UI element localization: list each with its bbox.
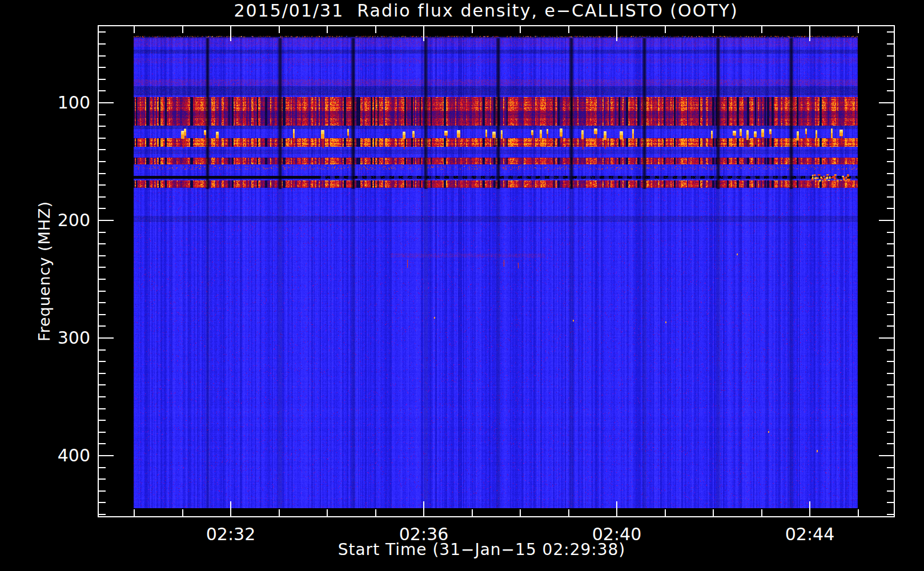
y-axis-minor-tick [887,314,895,315]
y-axis-minor-tick [887,396,895,397]
x-axis-minor-tick [472,25,473,33]
y-axis-minor-tick [887,114,895,115]
x-axis-minor-tick [182,509,183,517]
plot-frame [98,25,895,517]
y-axis-minor-tick [98,502,106,503]
y-axis-minor-tick [98,114,106,115]
y-axis-major-tick [879,337,895,339]
y-axis-minor-tick [887,196,895,198]
x-axis-minor-tick [665,25,666,33]
y-axis-minor-tick [887,31,895,33]
y-axis-minor-tick [887,302,895,303]
y-axis-minor-tick [98,361,106,362]
y-axis-minor-tick [887,490,895,492]
y-axis-minor-tick [887,420,895,421]
y-axis-minor-tick [887,67,895,68]
y-tick-label: 300 [39,327,90,349]
x-axis-major-tick [423,501,424,517]
x-axis-minor-tick [182,25,183,33]
y-axis-minor-tick [98,138,106,139]
x-axis-minor-tick [375,509,376,517]
y-axis-minor-tick [98,149,106,150]
x-axis-major-tick [230,501,231,517]
y-tick-label: 200 [39,209,90,232]
y-axis-minor-tick [98,196,106,198]
y-axis-minor-tick [98,67,106,68]
y-axis-minor-tick [887,373,895,374]
y-axis-minor-tick [98,478,106,480]
y-axis-minor-tick [98,184,106,186]
x-axis-minor-tick [279,25,280,33]
y-axis-minor-tick [98,291,106,292]
y-axis-minor-tick [98,126,106,127]
y-axis-minor-tick [887,126,895,127]
y-axis-minor-tick [887,432,895,433]
x-axis-minor-tick [761,509,762,517]
y-axis-minor-tick [98,408,106,409]
y-axis-minor-tick [887,291,895,292]
y-axis-minor-tick [98,325,106,327]
x-axis-major-tick [616,25,617,41]
y-axis-minor-tick [98,420,106,421]
chart-title: 2015/01/31 Radio flux density, e−CALLIST… [98,1,874,21]
x-axis-minor-tick [134,509,135,517]
y-axis-minor-tick [887,408,895,409]
y-axis-major-tick [879,220,895,221]
x-axis-minor-tick [327,509,328,517]
y-axis-minor-tick [887,255,895,256]
y-axis-minor-tick [98,373,106,374]
y-axis-minor-tick [887,138,895,139]
x-axis-major-tick [809,501,810,517]
y-tick-label: 100 [39,91,90,114]
x-axis-minor-tick [375,25,376,33]
y-axis-minor-tick [98,314,106,315]
y-axis-minor-tick [887,232,895,233]
y-axis-major-tick [98,337,114,339]
y-axis-minor-tick [887,79,895,80]
y-axis-minor-tick [98,161,106,162]
y-axis-minor-tick [98,173,106,174]
x-axis-major-tick [616,501,617,517]
y-axis-minor-tick [98,79,106,80]
y-axis-minor-tick [98,514,106,515]
x-axis-minor-tick [858,25,859,33]
y-axis-minor-tick [887,208,895,209]
y-axis-minor-tick [887,161,895,162]
y-axis-minor-tick [887,279,895,280]
y-axis-minor-tick [887,478,895,480]
y-axis-minor-tick [98,432,106,433]
y-axis-minor-tick [98,31,106,33]
y-axis-minor-tick [98,232,106,233]
x-axis-minor-tick [761,25,762,33]
y-axis-major-tick [879,455,895,456]
y-axis-minor-tick [98,443,106,444]
y-axis-minor-tick [98,243,106,244]
y-axis-minor-tick [887,243,895,244]
y-axis-minor-tick [887,267,895,268]
y-axis-minor-tick [98,384,106,385]
figure: 2015/01/31 Radio flux density, e−CALLIST… [0,0,924,571]
y-axis-minor-tick [887,349,895,351]
y-axis-minor-tick [98,279,106,280]
x-axis-minor-tick [520,25,521,33]
y-axis-major-tick [98,102,114,103]
y-axis-major-tick [98,220,114,221]
y-axis-minor-tick [98,55,106,57]
x-axis-minor-tick [472,509,473,517]
y-axis-minor-tick [98,302,106,303]
y-axis-minor-tick [98,255,106,256]
x-axis-major-tick [230,25,231,41]
y-axis-minor-tick [887,184,895,186]
y-tick-label: 400 [39,444,90,467]
x-axis-minor-tick [858,509,859,517]
x-axis-minor-tick [568,509,569,517]
y-axis-minor-tick [98,43,106,45]
x-axis-label: Start Time (31−Jan−15 02:29:38) [98,540,866,559]
y-axis-minor-tick [887,149,895,150]
x-axis-minor-tick [713,25,714,33]
y-axis-minor-tick [98,208,106,209]
y-axis-minor-tick [98,349,106,351]
y-axis-minor-tick [887,43,895,45]
y-axis-minor-tick [887,173,895,174]
y-axis-minor-tick [98,396,106,397]
